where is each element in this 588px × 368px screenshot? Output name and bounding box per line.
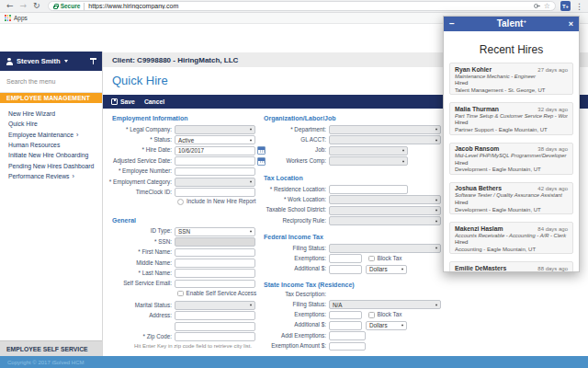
- field-label: * First Name:: [106, 249, 175, 256]
- url-text[interactable]: https://www.hiringcompany.com: [88, 3, 533, 9]
- federal-exemptions-input[interactable]: [329, 254, 362, 263]
- recent-hire-card[interactable]: Emilie DeMasters88 days ago: [449, 261, 573, 271]
- save-button[interactable]: Save: [120, 98, 135, 105]
- hire-ago: 88 days ago: [537, 265, 568, 271]
- save-icon: [111, 98, 118, 105]
- sidebar-section-employee-management[interactable]: EMPLOYEE MANAGEMENT: [0, 93, 102, 103]
- sidebar-item-label: Pending New Hires Dashboard: [8, 163, 94, 169]
- federal-block-tax-checkbox[interactable]: [368, 256, 375, 262]
- federal-filing-status-select[interactable]: [329, 244, 441, 253]
- state-filing-status-select[interactable]: N/A: [329, 300, 441, 309]
- popup-header: − Talent+ ×: [444, 17, 579, 31]
- field-label: * Hire Date:: [106, 147, 175, 154]
- workers-comp-select[interactable]: [329, 156, 408, 166]
- recent-hire-card[interactable]: Jacob Ransom38 days ago Mid-Level PHP/My…: [449, 143, 573, 175]
- field-label: * Last Name:: [106, 270, 175, 277]
- bookmark-star-icon[interactable]: ☆: [544, 3, 550, 10]
- reciprocity-rule-select[interactable]: [329, 216, 441, 225]
- apps-label[interactable]: Apps: [14, 15, 28, 21]
- field-label: Addl Exemptions:: [232, 333, 329, 339]
- job-select[interactable]: [329, 146, 408, 155]
- hire-ago: 27 days ago: [537, 66, 568, 74]
- field-label: * Department:: [232, 127, 329, 133]
- reload-icon[interactable]: ↻: [33, 2, 40, 10]
- pin-icon[interactable]: [90, 58, 96, 65]
- form-row: GL ACCT:: [232, 135, 457, 144]
- apps-grid-icon[interactable]: [5, 15, 11, 21]
- addl-exemptions-input[interactable]: [329, 331, 366, 340]
- gl-acct-select[interactable]: [329, 135, 441, 144]
- close-icon[interactable]: ×: [569, 20, 573, 29]
- padlock-icon: [53, 6, 58, 9]
- work-location-select[interactable]: [329, 195, 441, 204]
- sidebar-item-employee-maintenance[interactable]: Employee Maintenance›: [0, 130, 102, 140]
- hire-ago: 84 days ago: [537, 225, 568, 233]
- field-label: Block Tax: [378, 312, 402, 318]
- page-title: Quick Hire: [112, 74, 168, 87]
- user-name[interactable]: Steven Smith: [17, 57, 61, 65]
- field-label: GL ACCT:: [232, 137, 329, 144]
- field-label: Workers Comp:: [232, 158, 329, 165]
- include-new-hire-report-radio[interactable]: [177, 199, 184, 205]
- state-exemptions-input[interactable]: [329, 311, 362, 320]
- form-row: Exemption Amount $:: [232, 342, 457, 351]
- sidebar-item-new-hire-wizard[interactable]: New Hire Wizard: [0, 109, 102, 119]
- sidebar-item-performance-reviews[interactable]: Performance Reviews›: [0, 171, 102, 181]
- field-label: Middle Name:: [106, 260, 175, 267]
- forward-icon[interactable]: →: [20, 2, 28, 10]
- enable-self-service-checkbox[interactable]: [177, 291, 184, 297]
- department-select[interactable]: [329, 125, 441, 134]
- address-bar[interactable]: Secure https://www.hiringcompany.com ☆: [48, 1, 556, 11]
- hire-name: Makenzi Haslam: [455, 225, 503, 233]
- user-icon: [6, 58, 13, 65]
- sidebar-item-initiate-new-hire-onboarding[interactable]: Initiate New Hire Onboarding: [0, 150, 102, 160]
- back-icon[interactable]: ←: [6, 2, 14, 10]
- field-label: Self Service Email:: [106, 281, 175, 287]
- form-row: Additional $:Dollars: [232, 265, 457, 274]
- recent-hire-card[interactable]: Malia Thurman32 days ago Part Time Setup…: [449, 102, 573, 134]
- browser-toolbar: ← → ↻ Secure https://www.hiringcompany.c…: [0, 0, 588, 13]
- field-label: Reciprocity Rule:: [232, 218, 329, 224]
- exemption-amount-input[interactable]: [329, 342, 366, 351]
- recent-hire-card[interactable]: Joshua Bethers42 days ago Software Teste…: [449, 182, 573, 214]
- field-label: * Status:: [106, 137, 175, 144]
- form-row: Workers Comp:: [232, 156, 457, 166]
- field-label: Additional $:: [232, 266, 329, 272]
- browser-menu-icon[interactable]: ⋮: [575, 2, 583, 11]
- taxable-school-district-select[interactable]: [329, 206, 441, 215]
- sidebar-item-pending-new-hires-dashboard[interactable]: Pending New Hires Dashboard: [0, 160, 102, 170]
- recent-hires-list: Ryan Kohler27 days ago Maintenance Mecha…: [449, 63, 573, 271]
- sidebar-search-input[interactable]: Search the menu: [0, 71, 102, 93]
- sidebar-item-label: Initiate New Hire Onboarding: [8, 152, 88, 158]
- user-menu[interactable]: Steven Smith: [0, 52, 102, 71]
- sidebar-item-quick-hire[interactable]: Quick Hire: [0, 119, 102, 129]
- form-row: Job:: [232, 146, 457, 155]
- state-dollars-select[interactable]: Dollars: [366, 321, 407, 330]
- form-row: * Residence Location:: [232, 185, 457, 194]
- hire-dept: Accounting - Eagle Mountain, UT: [455, 247, 568, 254]
- sidebar-item-label: New Hire Wizard: [8, 110, 55, 117]
- section-heading-state-income-tax: State Income Tax (Residence): [264, 282, 457, 289]
- recent-hires-heading: Recent Hires: [444, 43, 579, 56]
- sidebar-item-label: Performance Reviews: [8, 173, 69, 179]
- talent-extension-popup: − Talent+ × Recent Hires Ryan Kohler27 d…: [443, 16, 580, 272]
- recent-hire-card[interactable]: Makenzi Haslam84 days ago Accounts Recei…: [449, 222, 573, 254]
- sidebar-section-employee-self-service[interactable]: EMPLOYEE SELF SERVICE: [0, 340, 102, 356]
- state-additional-input[interactable]: [329, 321, 362, 330]
- password-key-icon[interactable]: [533, 3, 540, 10]
- federal-dollars-select[interactable]: Dollars: [366, 265, 407, 274]
- residence-location-input[interactable]: [329, 185, 408, 194]
- talent-extension-icon[interactable]: T+: [560, 1, 571, 11]
- hire-status: Hired: [455, 200, 568, 207]
- recent-hire-card[interactable]: Ryan Kohler27 days ago Maintenance Mecha…: [449, 63, 573, 95]
- section-heading-tax-location: Tax Location: [264, 175, 457, 182]
- federal-additional-input[interactable]: [329, 265, 362, 274]
- sidebar-item-human-resources[interactable]: Human Resources: [0, 140, 102, 150]
- secure-label: Secure: [61, 3, 81, 9]
- state-block-tax-checkbox[interactable]: [368, 312, 375, 318]
- copyright-text: Copyright © 2017 iSolved HCM: [7, 360, 84, 365]
- cancel-button[interactable]: Cancel: [144, 98, 164, 105]
- hire-ago: 38 days ago: [537, 145, 568, 153]
- sidebar-menu: New Hire Wizard Quick Hire Employee Main…: [0, 103, 102, 181]
- hire-name: Jacob Ransom: [455, 145, 499, 153]
